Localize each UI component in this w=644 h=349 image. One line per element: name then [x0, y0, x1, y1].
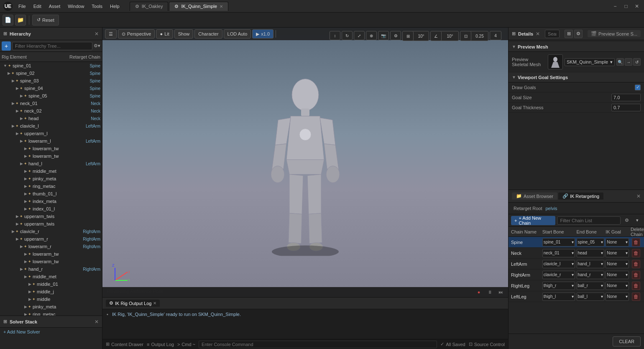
viewport[interactable]: ☰ ⊙ Perspective ● Lit Show Character LOD… — [102, 28, 508, 297]
tree-arrow-icon[interactable]: ▼ — [3, 64, 7, 68]
tree-arrow-icon[interactable]: ▶ — [16, 131, 19, 136]
tree-item[interactable]: ▶✦thumb_01_l — [0, 190, 102, 198]
tree-item[interactable]: ▶✦middle_j — [0, 288, 102, 295]
tree-arrow-icon[interactable]: ▶ — [24, 177, 27, 181]
tree-item[interactable]: ▶✦lowerarm_tw — [0, 152, 102, 160]
transform-icon[interactable]: ⊕ — [366, 31, 377, 40]
tree-item[interactable]: ▶✦pinky_meta — [0, 175, 102, 182]
tree-item[interactable]: ▶✦ring_metac — [0, 311, 102, 316]
tree-arrow-icon[interactable]: ▶ — [24, 312, 27, 316]
tree-arrow-icon[interactable]: ▶ — [16, 237, 19, 241]
tree-item[interactable]: ▶✦clavicle_lLeftArm — [0, 122, 102, 130]
chain-start-bone-dropdown[interactable]: clavicle_r▾ — [542, 271, 575, 279]
mesh-reset-icon[interactable]: ↺ — [633, 58, 641, 66]
tree-arrow-icon[interactable]: ▶ — [24, 154, 27, 158]
lod-auto-button[interactable]: LOD Auto — [224, 29, 251, 38]
show-button[interactable]: Show — [174, 29, 194, 38]
chain-ik-goal-dropdown[interactable]: None▾ — [606, 293, 629, 301]
output-log-button[interactable]: ≡ Output Log — [147, 342, 174, 347]
mesh-navigate-icon[interactable]: → — [625, 58, 632, 66]
tree-arrow-icon[interactable]: ▶ — [12, 79, 15, 83]
details-view-toggle[interactable]: ⊞ — [565, 30, 573, 38]
character-button[interactable]: Character — [194, 29, 222, 38]
chain-row[interactable]: LeftLegthigh_l▾ball_l▾None▾🗑 — [509, 291, 644, 302]
chain-row[interactable]: Neckneck_01▾head▾None▾🗑 — [509, 248, 644, 259]
chain-end-bone-dropdown[interactable]: hand_r▾ — [577, 271, 604, 279]
chain-delete-button[interactable]: 🗑 — [632, 260, 640, 268]
new-button[interactable]: 📄 — [3, 15, 13, 26]
tree-item[interactable]: ▶✦headNeck — [0, 115, 102, 122]
chain-row[interactable]: RightArmclavicle_r▾hand_r▾None▾🗑 — [509, 269, 644, 280]
chain-menu-icon[interactable]: ▾ — [633, 216, 641, 225]
tree-arrow-icon[interactable]: ▶ — [24, 275, 27, 279]
tab-ik-quinn[interactable]: ⚙ IK_Quinn_Simple ✕ — [169, 2, 228, 11]
open-button[interactable]: 📁 — [15, 15, 26, 26]
skip-button[interactable]: ⏭ — [496, 288, 505, 296]
chain-delete-button[interactable]: 🗑 — [632, 271, 640, 279]
console-input[interactable] — [199, 341, 437, 348]
tree-arrow-icon[interactable]: ▶ — [16, 222, 19, 226]
menu-edit[interactable]: Edit — [30, 3, 45, 10]
tab-ik-oakley[interactable]: ⚙ IK_Oakley — [130, 2, 169, 11]
tree-item[interactable]: ▶✦lowerarm_rRightArm — [0, 243, 102, 250]
grid-value[interactable]: 10° — [414, 31, 429, 41]
menu-tools[interactable]: Tools — [88, 3, 106, 10]
chain-end-bone-dropdown[interactable]: head▾ — [577, 249, 604, 257]
chain-end-bone-dropdown[interactable]: spine_05▾ — [577, 238, 604, 246]
pause-button[interactable]: ⏸ — [486, 288, 494, 296]
tree-arrow-icon[interactable]: ▶ — [12, 101, 15, 105]
chain-start-bone-dropdown[interactable]: thigh_r▾ — [542, 282, 575, 290]
angle-icon[interactable]: ∠ — [431, 31, 442, 41]
camera-icon[interactable]: 📷 — [378, 31, 389, 40]
tree-item[interactable]: ▶✦middle_met — [0, 273, 102, 280]
tree-arrow-icon[interactable]: ▶ — [28, 282, 31, 286]
tree-item[interactable]: ▶✦lowerarm_tw — [0, 145, 102, 152]
ik-retargeting-tab[interactable]: 🔗 IK Retargeting — [558, 192, 603, 200]
preview-mesh-section-header[interactable]: ▼ Preview Mesh — [509, 42, 644, 52]
tree-item[interactable]: ▶✦spine_04Spine — [0, 85, 102, 92]
chain-ik-goal-dropdown[interactable]: None▾ — [606, 282, 629, 290]
tab-close-icon[interactable]: ✕ — [220, 4, 223, 9]
tree-arrow-icon[interactable]: ▶ — [28, 297, 31, 301]
close-button[interactable]: ✕ — [633, 3, 641, 10]
cmd-button[interactable]: > Cmd ~ — [177, 342, 195, 347]
hierarchy-close-icon[interactable]: ✕ — [95, 31, 99, 37]
tree-arrow-icon[interactable]: ▶ — [24, 192, 27, 196]
tree-item[interactable]: ▶✦middle_01 — [0, 280, 102, 288]
preview-scene-tab[interactable]: 🎬 Preview Scene S... — [588, 30, 641, 37]
tree-item[interactable]: ▶✦pinky_meta — [0, 303, 102, 311]
lit-button[interactable]: ● Lit — [156, 29, 173, 38]
chain-end-bone-dropdown[interactable]: hand_l▾ — [577, 260, 604, 268]
source-control-button[interactable]: ⊡ Source Control — [469, 341, 505, 347]
tree-arrow-icon[interactable]: ▶ — [12, 229, 15, 234]
tree-arrow-icon[interactable]: ▶ — [24, 259, 27, 264]
move-icon[interactable]: ↕ — [330, 31, 340, 40]
tree-item[interactable]: ▶✦lowerarm_tw — [0, 250, 102, 258]
tree-item[interactable]: ▶✦hand_rRightArm — [0, 265, 102, 273]
log-tab-ik-rig[interactable]: ⚙ IK Rig Output Log ✕ — [106, 300, 160, 307]
log-tab-close-icon[interactable]: ✕ — [153, 301, 156, 305]
tree-item[interactable]: ▶✦spine_05Spine — [0, 92, 102, 100]
chain-ik-goal-dropdown[interactable]: None▾ — [606, 238, 629, 246]
tree-arrow-icon[interactable]: ▶ — [28, 290, 31, 294]
tree-item[interactable]: ▶✦upperarm_l — [0, 130, 102, 137]
tree-item[interactable]: ▶✦lowerarm_tw — [0, 258, 102, 265]
tree-item[interactable]: ▶✦hand_lLeftArm — [0, 160, 102, 167]
details-close-icon[interactable]: ✕ — [536, 31, 540, 37]
chain-ik-goal-dropdown[interactable]: None▾ — [606, 260, 629, 268]
tree-item[interactable]: ▶✦neck_02Neck — [0, 107, 102, 115]
maximize-button[interactable]: □ — [622, 3, 630, 10]
tree-arrow-icon[interactable]: ▶ — [20, 94, 23, 98]
tree-item[interactable]: ▶✦clavicle_rRightArm — [0, 228, 102, 235]
rotate-icon[interactable]: ↻ — [342, 31, 353, 40]
goal-thickness-input[interactable] — [611, 104, 641, 111]
record-button[interactable]: ● — [475, 288, 483, 296]
chain-search-input[interactable] — [557, 216, 621, 225]
tree-arrow-icon[interactable]: ▶ — [24, 146, 27, 151]
asset-browser-tab[interactable]: 📁 Asset Browser — [512, 192, 557, 200]
tree-arrow-icon[interactable]: ▶ — [8, 71, 10, 75]
hierarchy-tree[interactable]: ▼✦spine_01Spine▶✦spine_02Spine▶✦spine_03… — [0, 62, 102, 316]
chain-settings-icon[interactable]: ⚙ — [622, 216, 631, 225]
tree-item[interactable]: ▼✦spine_01Spine — [0, 62, 102, 69]
tree-item[interactable]: ▶✦upperarm_twis — [0, 220, 102, 228]
